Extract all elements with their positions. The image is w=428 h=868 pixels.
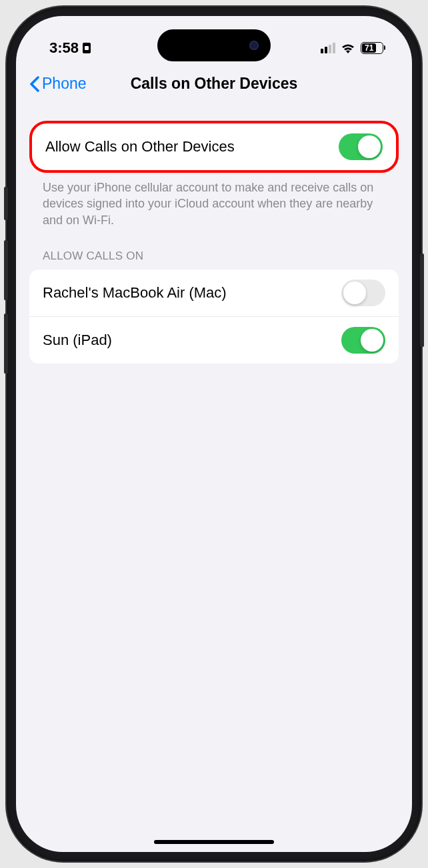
allow-calls-row[interactable]: Allow Calls on Other Devices xyxy=(32,123,396,170)
device-toggle-ipad[interactable] xyxy=(341,327,385,354)
orientation-lock-icon xyxy=(83,43,91,53)
status-right: 71 xyxy=(321,42,385,54)
power-button xyxy=(420,254,424,347)
status-left: 3:58 xyxy=(49,39,91,57)
toggle-knob xyxy=(358,135,381,158)
front-camera xyxy=(249,41,259,50)
device-row-macbook[interactable]: Rachel's MacBook Air (Mac) xyxy=(29,270,399,316)
section-header: ALLOW CALLS ON xyxy=(29,228,399,270)
phone-frame: 3:58 71 xyxy=(7,7,421,861)
description-text: Use your iPhone cellular account to make… xyxy=(29,173,399,228)
device-label: Sun (iPad) xyxy=(43,332,112,349)
content: Allow Calls on Other Devices Use your iP… xyxy=(16,107,412,364)
screen: 3:58 71 xyxy=(16,16,412,852)
device-row-ipad[interactable]: Sun (iPad) xyxy=(29,316,399,364)
dynamic-island xyxy=(157,29,271,61)
toggle-knob xyxy=(361,329,383,352)
nav-bar: Phone Calls on Other Devices xyxy=(16,63,412,107)
main-toggle-group: Allow Calls on Other Devices xyxy=(29,121,399,173)
mute-switch xyxy=(4,187,8,220)
back-button[interactable]: Phone xyxy=(29,75,87,93)
toggle-knob xyxy=(343,282,366,304)
wifi-icon xyxy=(341,43,355,53)
volume-up-button xyxy=(4,240,8,300)
battery-level: 71 xyxy=(362,43,376,53)
allow-calls-toggle[interactable] xyxy=(339,133,383,160)
back-label: Phone xyxy=(42,75,87,93)
allow-calls-label: Allow Calls on Other Devices xyxy=(45,138,235,155)
home-indicator[interactable] xyxy=(154,840,274,844)
status-time: 3:58 xyxy=(49,39,79,57)
devices-group: Rachel's MacBook Air (Mac) Sun (iPad) xyxy=(29,270,399,364)
chevron-left-icon xyxy=(29,76,39,92)
svg-rect-1 xyxy=(85,46,89,50)
battery-icon: 71 xyxy=(361,42,385,54)
device-label: Rachel's MacBook Air (Mac) xyxy=(43,284,227,302)
cellular-signal-icon xyxy=(321,43,335,53)
volume-down-button xyxy=(4,314,8,374)
device-toggle-macbook[interactable] xyxy=(341,280,385,306)
